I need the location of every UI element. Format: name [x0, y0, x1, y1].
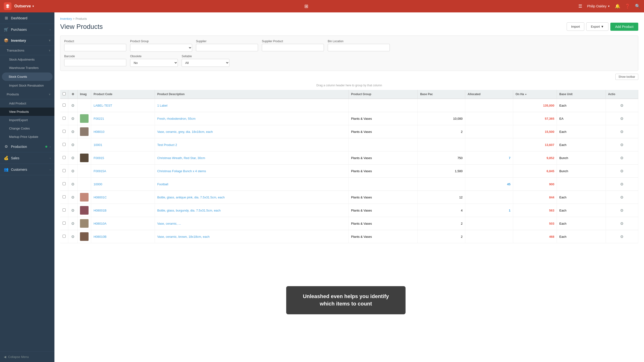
row-settings-button[interactable]: ⚙ [71, 129, 75, 134]
row-settings-button[interactable]: ⚙ [71, 221, 75, 226]
th-on-hand[interactable]: On Ha ▼ [513, 90, 557, 99]
sidebar-item-stock-counts[interactable]: Stock Counts [2, 72, 52, 81]
help-icon[interactable]: ❓ [625, 3, 630, 9]
sidebar-item-stock-adjustments[interactable]: Stock Adjustments [0, 55, 54, 64]
th-action[interactable]: Actio [606, 90, 638, 99]
th-product-code[interactable]: Product Code [91, 90, 155, 99]
product-description-link[interactable]: Bottle, glass, burgundy, dia. 7.5x31.5cm… [157, 209, 221, 212]
sidebar-item-import-export[interactable]: Import/Export [0, 116, 54, 124]
product-code-link[interactable]: F00221 [94, 117, 104, 120]
supplier-product-filter-input[interactable] [262, 44, 324, 51]
sidebar-item-import-stock-revaluation[interactable]: Import Stock Revaluation [0, 81, 54, 90]
row-checkbox[interactable] [62, 235, 66, 238]
sidebar-item-warehouse-transfers[interactable]: Warehouse Transfers [0, 64, 54, 72]
row-settings-button[interactable]: ⚙ [71, 142, 75, 148]
product-code-link[interactable]: H08001C [94, 196, 107, 199]
import-button[interactable]: Import [567, 22, 584, 31]
row-checkbox[interactable] [62, 208, 66, 212]
product-description-link[interactable]: Bottle, glass, antique pink, dia. 7.5x31… [157, 196, 225, 199]
product-code-link[interactable]: H08010 [94, 130, 104, 134]
sidebar-item-customers[interactable]: 👥 Customers › [0, 164, 54, 175]
breadcrumb-inventory[interactable]: Inventory [60, 17, 72, 20]
add-product-button[interactable]: Add Product [610, 23, 638, 31]
product-filter-input[interactable] [64, 44, 126, 51]
product-code-link[interactable]: F00915A [94, 169, 106, 173]
barcode-filter-input[interactable] [64, 59, 126, 66]
product-group-filter-select[interactable] [130, 44, 192, 52]
row-checkbox[interactable] [62, 143, 66, 146]
row-action-button[interactable]: ⚙ [620, 155, 624, 161]
row-checkbox[interactable] [62, 222, 66, 225]
sidebar-item-products[interactable]: Products ∨ [0, 90, 54, 99]
product-description-link[interactable]: Football [157, 182, 168, 186]
product-description-link[interactable]: Christmas Wreath, Red Star, 30cm [157, 156, 205, 160]
row-action-button[interactable]: ⚙ [620, 195, 624, 200]
sidebar-item-dashboard[interactable]: ⊞ Dashboard [0, 12, 54, 24]
product-code-link[interactable]: F00915 [94, 156, 104, 160]
product-description-link[interactable]: Christmas Foliage Bunch x 4 stems [157, 169, 206, 173]
row-action-button[interactable]: ⚙ [620, 168, 624, 174]
sidebar-item-inventory[interactable]: 📦 Inventory ∨ [0, 35, 54, 46]
grid-icon[interactable]: ⊞ [304, 3, 308, 9]
th-base-pac[interactable]: Base Pac [418, 90, 465, 99]
product-description-link[interactable]: Vase, ceramic, grey, dia. 18x18cm, each [157, 130, 213, 134]
product-description-link[interactable]: 1 Label [157, 104, 168, 107]
th-product-group[interactable]: Product Group [348, 90, 418, 99]
select-all-checkbox[interactable] [62, 92, 66, 95]
user-menu[interactable]: Philip Oakley ▼ [587, 4, 610, 8]
row-action-button[interactable]: ⚙ [620, 129, 624, 134]
product-description-link[interactable]: Fresh, rhododendron, 55cm [157, 117, 196, 120]
product-description-link[interactable]: Vase, ceramic, ... [157, 222, 181, 225]
row-checkbox[interactable] [62, 103, 66, 107]
brand-name[interactable]: Outserve ▼ [14, 4, 34, 8]
row-settings-button[interactable]: ⚙ [71, 234, 75, 239]
row-action-button[interactable]: ⚙ [620, 221, 624, 226]
row-action-button[interactable]: ⚙ [620, 103, 624, 108]
row-checkbox[interactable] [62, 182, 66, 185]
sidebar-item-change-codes[interactable]: Change Codes [0, 124, 54, 133]
app-logo[interactable] [4, 2, 12, 10]
sellable-filter-select[interactable]: All Yes No [182, 59, 230, 67]
th-allocated[interactable]: Allocated [465, 90, 513, 99]
product-code-link[interactable]: H08010B [94, 235, 106, 239]
product-code-link[interactable]: H08001B [94, 209, 106, 212]
row-checkbox[interactable] [62, 130, 66, 133]
sidebar-item-add-product[interactable]: Add Product [0, 99, 54, 107]
obsolete-filter-select[interactable]: No Yes All [130, 59, 178, 67]
sidebar-item-production[interactable]: ⚙ Production › [0, 141, 54, 152]
product-code-link[interactable]: 10000 [94, 182, 102, 186]
row-settings-button[interactable]: ⚙ [71, 116, 75, 121]
th-img[interactable]: Imag [78, 90, 91, 99]
sidebar-item-markup-price-update[interactable]: Markup Price Update [0, 133, 54, 141]
supplier-filter-input[interactable] [196, 44, 258, 51]
row-settings-button[interactable]: ⚙ [71, 155, 75, 161]
product-code-link[interactable]: H08010A [94, 222, 106, 225]
product-description-link[interactable]: Test Product 2 [157, 143, 177, 147]
sidebar-item-view-products[interactable]: View Products [0, 107, 54, 116]
bin-location-filter-input[interactable] [328, 44, 390, 51]
row-checkbox[interactable] [62, 195, 66, 198]
row-action-button[interactable]: ⚙ [620, 234, 624, 239]
row-checkbox[interactable] [62, 169, 66, 172]
row-checkbox[interactable] [62, 117, 66, 120]
export-button[interactable]: Export ▼ [586, 22, 608, 31]
row-action-button[interactable]: ⚙ [620, 208, 624, 213]
product-code-link[interactable]: 10001 [94, 143, 102, 147]
row-settings-button[interactable]: ⚙ [71, 181, 75, 187]
row-settings-button[interactable]: ⚙ [71, 195, 75, 200]
product-description-link[interactable]: Vase, ceramic, brown, 18x18cm, each [157, 235, 210, 239]
row-settings-button[interactable]: ⚙ [71, 208, 75, 213]
sidebar-item-transactions[interactable]: Transactions ∨ [0, 46, 54, 55]
collapse-menu[interactable]: ◀ Collapse Menu [0, 352, 54, 362]
row-settings-button[interactable]: ⚙ [71, 168, 75, 174]
th-product-description[interactable]: Product Description [155, 90, 348, 99]
product-code-link[interactable]: LABEL-TEST [94, 104, 112, 107]
show-toolbar-button[interactable]: Show toolbar [615, 74, 638, 80]
row-settings-button[interactable]: ⚙ [71, 103, 75, 108]
notification-icon[interactable]: 🔔 [615, 3, 620, 9]
sidebar-item-purchases[interactable]: 🛒 Purchases › [0, 24, 54, 35]
sidebar-item-sales[interactable]: 💰 Sales › [0, 152, 54, 164]
row-action-button[interactable]: ⚙ [620, 181, 624, 187]
row-checkbox[interactable] [62, 156, 66, 159]
th-base-unit[interactable]: Base Unit [557, 90, 606, 99]
